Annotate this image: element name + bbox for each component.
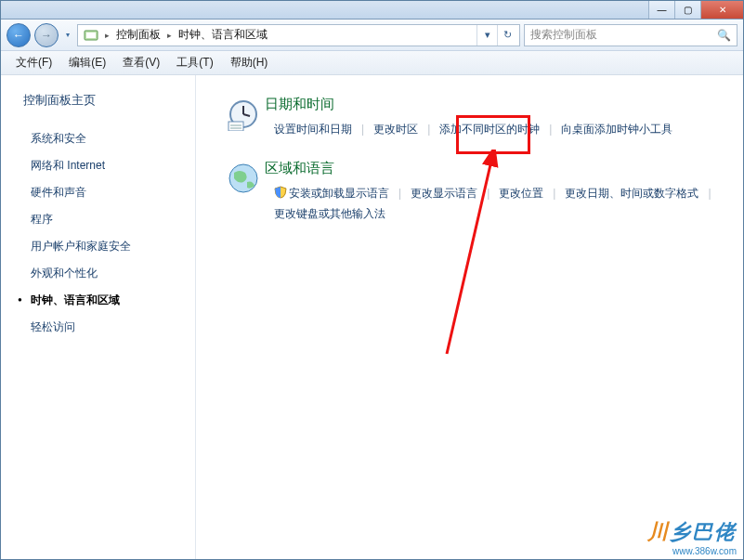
sidebar-item[interactable]: 外观和个性化 [20,260,188,287]
clock-icon [222,96,265,139]
menu-help[interactable]: 帮助(H) [223,52,276,73]
titlebar: — ▢ ✕ [1,1,743,20]
task-link[interactable]: 向桌面添加时钟小工具 [552,119,682,139]
sidebar-item[interactable]: 用户帐户和家庭安全 [20,233,188,260]
menu-tools[interactable]: 工具(T) [169,52,220,73]
control-panel-home-link[interactable]: 控制面板主页 [20,92,188,109]
sidebar-item[interactable]: 网络和 Internet [20,152,188,179]
sidebar-item[interactable]: 程序 [20,206,188,233]
close-button[interactable]: ✕ [700,1,743,19]
body-area: 控制面板主页 系统和安全网络和 Internet硬件和声音程序用户帐户和家庭安全… [1,75,743,559]
sidebar-item[interactable]: 系统和安全 [20,125,188,152]
navigation-bar: ← → ▾ ▸ 控制面板 ▸ 时钟、语言和区域 ▾ ↻ 搜索控制面板 🔍 [1,20,743,51]
separator: | [708,183,711,203]
nav-history-dropdown[interactable]: ▾ [62,24,73,46]
task-link[interactable]: 更改位置 [489,183,553,203]
search-input[interactable]: 搜索控制面板 🔍 [524,24,737,46]
chevron-icon: ▸ [102,31,112,40]
task-link[interactable]: 更改显示语言 [401,183,487,203]
menu-bar: 文件(F) 编辑(E) 查看(V) 工具(T) 帮助(H) [1,51,743,75]
task-link[interactable]: 设置时间和日期 [265,119,361,139]
address-bar[interactable]: ▸ 控制面板 ▸ 时钟、语言和区域 ▾ ↻ [77,24,520,46]
svg-rect-1 [86,33,96,38]
category-group: 区域和语言安装或卸载显示语言|更改显示语言|更改位置|更改日期、时间或数字格式|… [222,160,717,224]
minimize-button[interactable]: — [648,1,674,19]
address-dropdown-button[interactable]: ▾ [476,25,497,46]
globe-icon [222,160,265,224]
link-row: 设置时间和日期|更改时区|添加不同时区的时钟|向桌面添加时钟小工具 [265,119,717,139]
sidebar-item[interactable]: 时钟、语言和区域 [20,287,188,314]
watermark: 川乡巴佬 www.386w.com [647,518,737,556]
window-frame: — ▢ ✕ ← → ▾ ▸ 控制面板 ▸ 时钟、语言和区域 ▾ ↻ 搜索控制面板… [0,0,744,560]
task-link[interactable]: 更改时区 [364,119,427,139]
category-title-link[interactable]: 日期和时间 [265,96,717,113]
category-title-link[interactable]: 区域和语言 [265,160,717,177]
sidebar-item[interactable]: 轻松访问 [20,314,188,341]
link-row: 安装或卸载显示语言|更改显示语言|更改位置|更改日期、时间或数字格式|更改键盘或… [265,183,717,224]
shield-icon [274,186,287,199]
task-link[interactable]: 添加不同时区的时钟 [430,119,549,139]
forward-button[interactable]: → [34,23,59,47]
back-button[interactable]: ← [7,23,31,47]
maximize-button[interactable]: ▢ [674,1,700,19]
menu-file[interactable]: 文件(F) [8,52,59,73]
location-icon [84,28,98,43]
task-link[interactable]: 更改日期、时间或数字格式 [555,183,708,203]
search-placeholder: 搜索控制面板 [530,27,597,43]
category-group: 日期和时间设置时间和日期|更改时区|添加不同时区的时钟|向桌面添加时钟小工具 [222,96,717,139]
sidebar-item[interactable]: 硬件和声音 [20,179,188,206]
search-icon: 🔍 [717,29,731,42]
refresh-button[interactable]: ↻ [497,25,517,46]
sidebar: 控制面板主页 系统和安全网络和 Internet硬件和声音程序用户帐户和家庭安全… [1,75,196,559]
breadcrumb-seg-2[interactable]: 时钟、语言和区域 [175,27,271,43]
chevron-icon: ▸ [164,31,175,40]
menu-view[interactable]: 查看(V) [115,52,167,73]
svg-rect-5 [228,122,243,131]
task-link[interactable]: 更改键盘或其他输入法 [265,203,395,224]
menu-edit[interactable]: 编辑(E) [61,52,113,73]
content-pane: 日期和时间设置时间和日期|更改时区|添加不同时区的时钟|向桌面添加时钟小工具区域… [196,75,743,559]
task-link[interactable]: 安装或卸载显示语言 [265,183,398,203]
breadcrumb-seg-1[interactable]: 控制面板 [112,27,164,43]
